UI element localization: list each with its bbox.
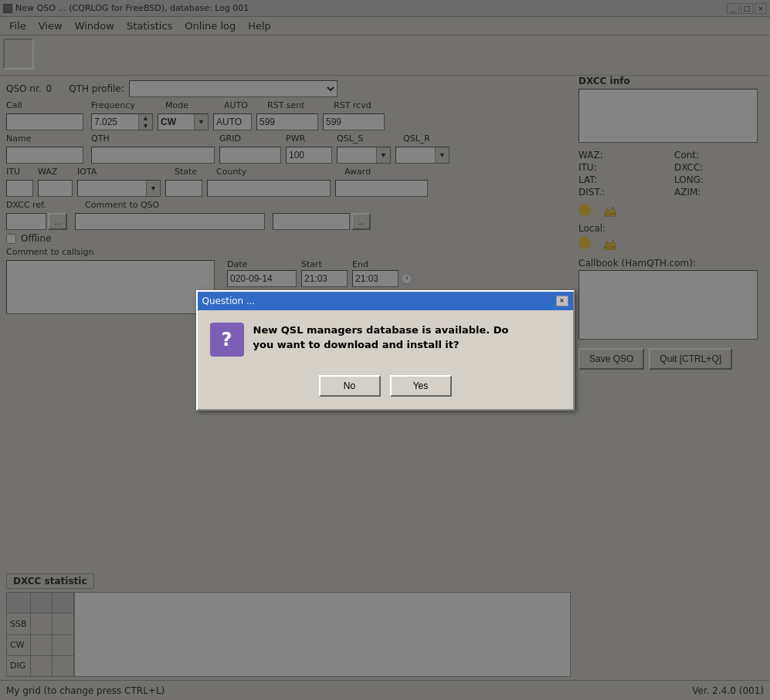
question-mark-icon: ?	[222, 329, 232, 350]
dialog-close-button[interactable]: ×	[556, 296, 568, 306]
dialog-buttons: No Yes	[198, 369, 573, 409]
dialog-content: ? New QSL managers database is available…	[198, 310, 573, 369]
dialog-yes-button[interactable]: Yes	[390, 375, 452, 397]
dialog-title: Question ...	[202, 296, 256, 306]
dialog-box: Question ... × ? New QSL managers databa…	[196, 290, 575, 411]
dialog-message: New QSL managers database is available. …	[253, 323, 509, 353]
dialog-icon: ?	[210, 323, 244, 357]
dialog-overlay: Question ... × ? New QSL managers databa…	[0, 0, 770, 700]
dialog-message-line2: you want to download and install it?	[253, 337, 509, 353]
dialog-message-line1: New QSL managers database is available. …	[253, 323, 509, 338]
dialog-title-bar: Question ... ×	[198, 292, 573, 310]
dialog-no-button[interactable]: No	[319, 375, 381, 397]
